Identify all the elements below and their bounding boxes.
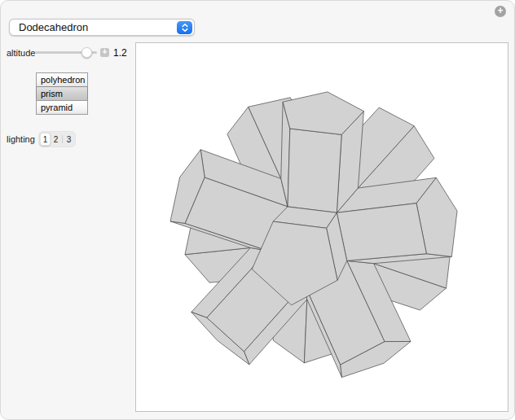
lighting-segmented-control: 1 2 3: [38, 131, 76, 147]
shape-button-pyramid[interactable]: pyramid: [36, 100, 88, 115]
lighting-segment-2[interactable]: 2: [51, 133, 61, 146]
augmented-dodecahedron-3d-view[interactable]: [136, 43, 508, 411]
segment-separator: [62, 135, 63, 143]
polyhedron-faces: [170, 92, 457, 378]
polyhedron-dropdown[interactable]: Dodecahedron: [9, 19, 195, 36]
graphics-area[interactable]: [135, 42, 508, 412]
altitude-value: 1.2: [113, 47, 127, 59]
lighting-label: lighting: [7, 134, 35, 144]
expand-options-icon[interactable]: [495, 6, 506, 17]
shape-button-polyhedron[interactable]: polyhedron: [36, 72, 88, 87]
manipulate-window: Dodecahedron altitude 1.2 polyhedron pri…: [0, 0, 515, 420]
altitude-slider-thumb[interactable]: [81, 47, 92, 58]
polyhedron-dropdown-value: Dodecahedron: [10, 21, 177, 33]
altitude-label: altitude: [7, 48, 35, 58]
shape-button-prism[interactable]: prism: [36, 86, 88, 101]
altitude-stepper-button[interactable]: [100, 48, 109, 57]
chevron-up-down-icon: [177, 21, 192, 34]
shape-button-group: polyhedron prism pyramid: [36, 72, 88, 115]
lighting-segment-3[interactable]: 3: [64, 133, 74, 146]
lighting-segment-1[interactable]: 1: [40, 133, 51, 146]
